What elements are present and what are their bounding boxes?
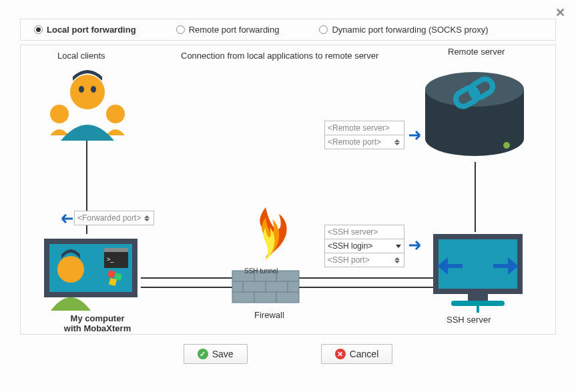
svg-rect-33 xyxy=(451,301,505,306)
save-button[interactable]: ✓ Save xyxy=(184,344,248,364)
spinner-icon xyxy=(144,215,151,221)
dialog-buttons: ✓ Save ✕ Cancel xyxy=(20,344,556,364)
forwarding-mode-tabs: Local port forwarding Remote port forwar… xyxy=(20,19,556,41)
firewall-label: Firewall xyxy=(254,310,284,320)
arrow-left-icon xyxy=(59,213,73,224)
ssh-tunnel-label: SSH tunnel xyxy=(244,267,278,275)
radio-unchecked-icon xyxy=(319,25,328,34)
arrow-right-icon xyxy=(409,240,422,251)
ssh-server-field[interactable]: <SSH server> xyxy=(324,225,404,239)
forwarded-port-field[interactable]: <Forwarded port> xyxy=(74,211,154,225)
tab-label: Dynamic port forwarding (SOCKS proxy) xyxy=(332,25,488,35)
svg-rect-8 xyxy=(104,248,128,252)
svg-point-3 xyxy=(79,86,84,93)
placeholder: <SSH login> xyxy=(328,241,372,251)
remote-server-icon xyxy=(421,59,528,167)
ssh-server-label: SSH server xyxy=(447,315,491,325)
arrow-right-icon xyxy=(409,130,422,141)
svg-point-1 xyxy=(106,105,125,123)
placeholder: <SSH port> xyxy=(328,255,370,265)
svg-point-4 xyxy=(91,86,96,93)
remote-port-field[interactable]: <Remote port> xyxy=(324,135,404,149)
line xyxy=(475,162,476,232)
placeholder: <SSH server> xyxy=(328,227,378,237)
firewall-icon xyxy=(226,207,306,309)
my-computer-label: My computer with MobaXterm xyxy=(57,313,137,333)
tab-label: Remote port forwarding xyxy=(189,25,280,35)
svg-point-27 xyxy=(503,142,510,149)
tab-local-port-forwarding[interactable]: Local port forwarding xyxy=(34,25,136,35)
spinner-icon xyxy=(394,257,401,263)
tab-label: Local port forwarding xyxy=(47,25,136,35)
cross-icon: ✕ xyxy=(335,349,346,359)
svg-point-0 xyxy=(50,105,69,123)
check-icon: ✓ xyxy=(198,349,208,359)
local-clients-icon xyxy=(41,62,134,144)
svg-point-2 xyxy=(70,75,105,109)
tab-dynamic-port-forwarding[interactable]: Dynamic port forwarding (SOCKS proxy) xyxy=(319,25,488,35)
local-clients-label: Local clients xyxy=(57,51,105,61)
close-icon[interactable]: ✕ xyxy=(555,5,565,20)
button-label: Cancel xyxy=(350,349,379,359)
tab-remote-port-forwarding[interactable]: Remote port forwarding xyxy=(176,25,280,35)
my-computer-icon: >_ xyxy=(37,232,144,314)
svg-rect-32 xyxy=(468,294,488,301)
chevron-down-icon xyxy=(396,245,401,248)
ssh-login-combo[interactable]: <SSH login> xyxy=(324,239,404,253)
placeholder: <Forwarded port> xyxy=(77,213,141,223)
ssh-port-field[interactable]: <SSH port> xyxy=(324,253,404,267)
button-label: Save xyxy=(212,349,234,359)
radio-unchecked-icon xyxy=(176,25,185,34)
remote-server-field[interactable]: <Remote server> xyxy=(324,121,404,135)
spinner-icon xyxy=(394,139,401,145)
remote-server-label: Remote server xyxy=(448,47,505,57)
tunnel-diagram: Local clients Connection from local appl… xyxy=(20,45,556,335)
svg-point-13 xyxy=(57,256,84,283)
placeholder: <Remote server> xyxy=(328,123,390,133)
radio-checked-icon xyxy=(34,25,43,34)
svg-text:>_: >_ xyxy=(107,256,114,263)
ssh-server-icon xyxy=(428,229,528,317)
connection-description: Connection from local applications to re… xyxy=(181,51,378,61)
placeholder: <Remote port> xyxy=(328,137,381,147)
cancel-button[interactable]: ✕ Cancel xyxy=(321,344,393,364)
